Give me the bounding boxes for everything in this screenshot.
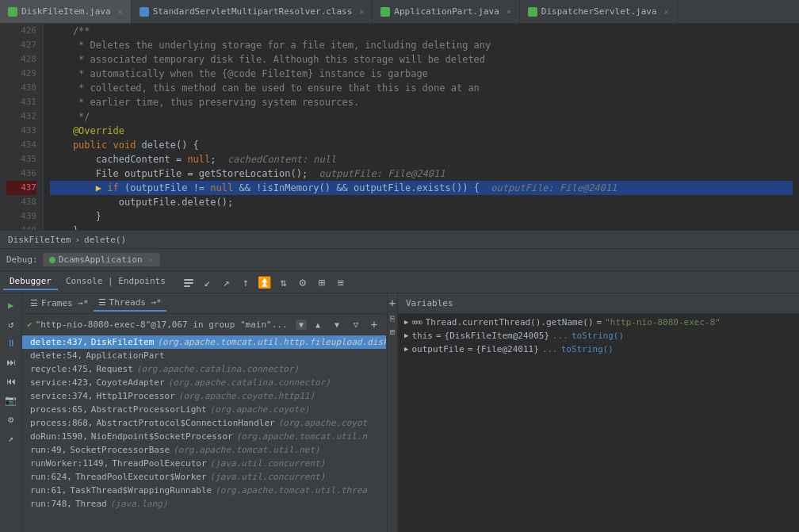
bottom-panel: ▶ ↺ ⏸ ⏭ ⏮ 📷 ⚙ ↗ ☰ Frames →* ☰ Threads →*…: [0, 293, 799, 532]
close-icon-diskfileitem[interactable]: ✕: [118, 7, 123, 16]
var-tostring-outputfile[interactable]: toString(): [561, 344, 614, 354]
stack-frame-5[interactable]: process:65, AbstractProcessorLight (org.…: [22, 403, 386, 416]
run-to-cursor-icon[interactable]: ⇅: [275, 274, 292, 291]
stack-frame-12[interactable]: run:748, Thread (java.lang): [22, 497, 386, 511]
debug-app-close-icon[interactable]: ✕: [149, 255, 154, 264]
stack-frame-1[interactable]: delete:54, ApplicationPart: [22, 349, 386, 362]
tab-standardservletmultipartresolver[interactable]: StandardServletMultipartResolver.class ✕: [132, 0, 373, 23]
threads-tab[interactable]: ☰ Threads →*: [94, 295, 166, 312]
frame-location-3: service:423,: [30, 377, 93, 388]
code-editor: 426 427 428 429 430 431 432 433 434 435 …: [0, 24, 799, 230]
var-val-outputfile: {File@24011}: [476, 344, 538, 354]
var-suffix-this: ...: [552, 331, 568, 341]
tab-label-standardservletmultipartresolver: StandardServletMultipartResolver.class: [153, 6, 353, 17]
tab-icon-dispatcherservlet: [528, 7, 537, 17]
var-item-this: ▶ this = {DiskFileItem@24005} ... toStri…: [398, 329, 799, 343]
settings-side-icon[interactable]: ⚙: [2, 411, 20, 428]
stack-frame-9[interactable]: runWorker:1149, ThreadPoolExecutor (java…: [22, 457, 386, 470]
pause-icon[interactable]: ⏸: [2, 335, 20, 352]
var-expand-thread-name[interactable]: ▶: [404, 318, 408, 326]
step-over-icon[interactable]: [180, 274, 197, 291]
step-down-icon[interactable]: ↙: [199, 274, 216, 291]
svg-rect-1: [184, 282, 193, 284]
tab-console-endpoints[interactable]: Console | Endpoints: [59, 274, 172, 290]
breadcrumb: DiskFileItem › delete(): [0, 230, 799, 249]
code-content: /** * Deletes the underlying storage for…: [44, 24, 799, 230]
close-icon-standardservletmultipartresolver[interactable]: ✕: [359, 7, 364, 16]
expand-all-icon[interactable]: ⊞: [390, 327, 395, 336]
filter-icon[interactable]: ▽: [348, 316, 364, 332]
camera-icon[interactable]: 📷: [2, 392, 20, 409]
step-up-icon[interactable]: ↗: [218, 274, 235, 291]
var-name-outputfile: outputFile: [411, 344, 464, 354]
scroll-down-icon[interactable]: ▼: [329, 316, 345, 332]
var-expand-outputfile[interactable]: ▶: [404, 345, 408, 353]
frame-package-9: (java.util.concurrent): [210, 458, 326, 469]
frames-tab[interactable]: ☰ Frames →*: [25, 296, 94, 311]
stack-frame-0[interactable]: delete:437, DiskFileItem (org.apache.tom…: [22, 335, 386, 349]
stack-frame-3[interactable]: service:423, CoyoteAdapter (org.apache.c…: [22, 376, 386, 389]
frame-class-12: Thread: [75, 499, 107, 509]
tab-diskfileitem[interactable]: DiskFileItem.java ✕: [0, 0, 132, 23]
var-expand-this[interactable]: ▶: [404, 331, 408, 339]
stack-frame-6[interactable]: process:868, AbstractProtocol$Connection…: [22, 416, 386, 430]
frame-location-2: recycle:475,: [30, 364, 93, 374]
threads-icon: ☰: [98, 297, 106, 308]
var-item-outputfile: ▶ outputFile = {File@24011} ... toString…: [398, 343, 799, 356]
var-tostring-this[interactable]: toString(): [572, 331, 624, 341]
panel-tabs-bar: Debugger Console | Endpoints ↙ ↗ ↑ ⏫ ⇅ ⚙…: [0, 271, 799, 293]
frame-location-8: run:49,: [30, 445, 67, 455]
frame-location-6: process:868,: [30, 418, 93, 428]
frames-threads-panel: ☰ Frames →* ☰ Threads →* ✔ "http-nio-808…: [22, 293, 387, 532]
tab-debugger[interactable]: Debugger: [3, 274, 58, 290]
tab-applicationpart[interactable]: ApplicationPart.java ✕: [373, 0, 519, 23]
stack-frame-8[interactable]: run:49, SocketProcessorBase (org.apache.…: [22, 443, 386, 457]
frame-location-10: run:624,: [30, 472, 72, 482]
stack-frame-2[interactable]: recycle:475, Request (org.apache.catalin…: [22, 362, 386, 376]
frame-location-12: run:748,: [30, 499, 72, 509]
thread-running-icon: ✔: [27, 320, 32, 330]
stack-frame-10[interactable]: run:624, ThreadPoolExecutor$Worker (java…: [22, 470, 386, 484]
tab-label-applicationpart: ApplicationPart.java: [394, 6, 499, 17]
debug-bar: Debug: DcamsApplication ✕: [0, 249, 799, 271]
debug-app-name: DcamsApplication: [59, 255, 143, 265]
close-icon-applicationpart[interactable]: ✕: [507, 7, 511, 16]
frame-location-0: delete:437,: [30, 337, 88, 347]
breadcrumb-method: delete(): [84, 235, 126, 245]
add-watch-icon[interactable]: +: [389, 297, 396, 309]
stack-frame-7[interactable]: doRun:1590, NioEndpoint$SocketProcessor …: [22, 430, 386, 443]
link-icon[interactable]: ↗: [2, 430, 20, 447]
layout-icon[interactable]: ⊞: [313, 274, 331, 291]
debug-app-indicator[interactable]: DcamsApplication ✕: [43, 253, 160, 266]
resume-icon[interactable]: ▶: [2, 297, 20, 314]
close-icon-dispatcherservlet[interactable]: ✕: [664, 7, 669, 16]
more-icon[interactable]: ≡: [332, 274, 350, 291]
stack-frame-4[interactable]: service:374, Http11Processor (org.apache…: [22, 389, 386, 403]
frame-location-4: service:374,: [30, 391, 93, 401]
scroll-up-icon[interactable]: ▲: [310, 316, 326, 332]
tab-dispatcherservlet[interactable]: DispatcherServlet.java ✕: [520, 0, 678, 23]
settings-icon[interactable]: ⚙: [294, 274, 312, 291]
evaluate-icon[interactable]: ⏫: [256, 274, 273, 291]
frame-package-3: (org.apache.catalina.connector): [168, 377, 331, 388]
stack-frame-11[interactable]: run:61, TaskThread$WrappingRunnable (org…: [22, 484, 386, 497]
tab-label-dispatcherservlet: DispatcherServlet.java: [541, 6, 657, 17]
tab-icon-diskfileitem: [8, 7, 17, 17]
thread-dropdown-icon[interactable]: ▼: [296, 320, 307, 330]
add-frame-icon[interactable]: +: [367, 317, 381, 331]
var-name-this: this: [411, 331, 433, 341]
copy-icon[interactable]: ⎘: [390, 314, 395, 323]
frame-package-5: (org.apache.coyote): [210, 404, 310, 415]
line-numbers: 426 427 428 429 430 431 432 433 434 435 …: [0, 24, 44, 230]
step-into-side-icon[interactable]: ⏮: [2, 373, 20, 390]
frame-package-12: (java.lang): [110, 499, 168, 509]
tab-icon-applicationpart: [380, 7, 390, 17]
var-tree: ▶ ∞∞ Thread.currentThread().getName() = …: [398, 314, 799, 532]
step-over-side-icon[interactable]: ⏭: [2, 354, 20, 371]
step-out-icon[interactable]: ↑: [237, 274, 254, 291]
frames-icon: ☰: [30, 298, 38, 308]
frame-location-9: runWorker:1149,: [30, 458, 109, 469]
frames-toolbar: ☰ Frames →* ☰ Threads →*: [22, 293, 386, 314]
refresh-icon[interactable]: ↺: [2, 316, 20, 333]
frame-package-6: (org.apache.coyot: [278, 418, 368, 428]
